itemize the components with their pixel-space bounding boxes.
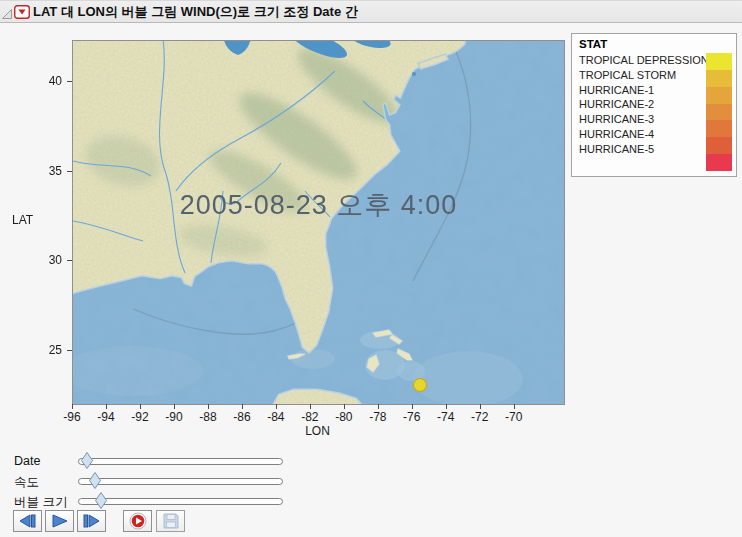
y-axis[interactable]: 25303540 [0,40,72,403]
x-tick-label: -76 [394,410,430,424]
x-tick-mark [106,404,107,409]
legend-item[interactable]: HURRICANE-4 [579,127,702,142]
date-slider-thumb[interactable] [81,452,93,469]
x-tick-mark [344,404,345,409]
legend-swatch [706,154,732,171]
date-slider-row: Date [0,453,300,471]
play-button[interactable] [45,510,74,532]
storm-bubble[interactable] [413,378,427,392]
report-title: LAT 대 LON의 버블 그림 WIND(으)로 크기 조정 Date 간 [33,3,358,21]
x-axis-title: LON [72,424,563,438]
x-tick-mark [446,404,447,409]
legend-item[interactable]: HURRICANE-2 [579,97,702,112]
x-tick-mark [310,404,311,409]
y-tick-label: 25 [30,343,62,357]
legend-item[interactable]: HURRICANE-1 [579,83,702,98]
x-tick-label: -70 [496,410,532,424]
speed-slider-thumb[interactable] [89,472,101,489]
step-backward-button[interactable] [13,510,42,532]
x-tick-mark [378,404,379,409]
legend-swatch [706,104,732,121]
legend-swatch [706,120,732,137]
x-tick-label: -94 [88,410,124,424]
report-title-bar: LAT 대 LON의 버블 그림 WIND(으)로 크기 조정 Date 간 [0,0,742,23]
x-tick-label: -78 [360,410,396,424]
x-tick-label: -84 [258,410,294,424]
x-tick-mark [208,404,209,409]
x-tick-label: -86 [224,410,260,424]
legend-swatch [706,137,732,154]
x-tick-mark [242,404,243,409]
y-tick-mark [67,260,72,261]
red-triangle-menu-icon[interactable] [14,5,30,19]
x-tick-mark [140,404,141,409]
x-tick-mark [174,404,175,409]
legend-item[interactable]: HURRICANE-3 [579,112,702,127]
terrain-map-image [73,41,564,404]
date-slider-label: Date [14,454,40,468]
x-tick-label: -82 [292,410,328,424]
legend-swatch [706,70,732,87]
x-tick-label: -88 [190,410,226,424]
bubble-size-slider[interactable] [78,498,283,505]
legend-swatch [706,87,732,104]
bubble-plot-window: LAT 대 LON의 버블 그림 WIND(으)로 크기 조정 Date 간 [0,0,742,537]
x-tick-mark [514,404,515,409]
legend-panel: STAT TROPICAL DEPRESSIONTROPICAL STORMHU… [571,33,737,177]
bubble-size-slider-label: 버블 크기 [14,494,67,511]
step-forward-icon [81,513,102,529]
y-tick-label: 35 [30,164,62,178]
disclosure-triangle-icon[interactable] [1,6,13,18]
record-icon [129,512,147,530]
map-plot-area[interactable]: 2005-08-23 오후 4:00 [72,40,565,405]
y-tick-mark [67,171,72,172]
x-tick-label: -92 [122,410,158,424]
x-tick-mark [276,404,277,409]
x-tick-label: -80 [326,410,362,424]
legend-title: STAT [579,38,607,50]
save-icon [162,512,180,530]
record-button[interactable] [123,510,152,532]
bubble-size-slider-row: 버블 크기 [0,493,300,511]
x-tick-mark [72,404,73,409]
legend-item[interactable]: TROPICAL STORM [579,68,702,83]
x-tick-mark [412,404,413,409]
x-tick-label: -72 [462,410,498,424]
step-backward-icon [17,513,38,529]
y-tick-label: 30 [30,253,62,267]
x-tick-label: -96 [54,410,90,424]
speed-slider-row: 속도 [0,473,300,491]
date-slider[interactable] [78,458,283,465]
y-tick-mark [67,350,72,351]
legend-item[interactable]: TROPICAL DEPRESSION [579,53,702,68]
legend-item[interactable]: HURRICANE-5 [579,142,702,157]
speed-slider-label: 속도 [14,474,39,491]
speed-slider[interactable] [78,478,283,485]
y-tick-label: 40 [30,74,62,88]
bubble-size-slider-thumb[interactable] [95,492,107,509]
y-tick-mark [67,81,72,82]
y-axis-title: LAT [12,213,33,227]
legend-color-scale [706,53,732,171]
legend-swatch [706,53,732,70]
x-tick-mark [480,404,481,409]
play-icon [50,513,70,529]
save-button[interactable] [156,510,185,532]
step-forward-button[interactable] [77,510,106,532]
x-tick-label: -74 [428,410,464,424]
x-tick-label: -90 [156,410,192,424]
